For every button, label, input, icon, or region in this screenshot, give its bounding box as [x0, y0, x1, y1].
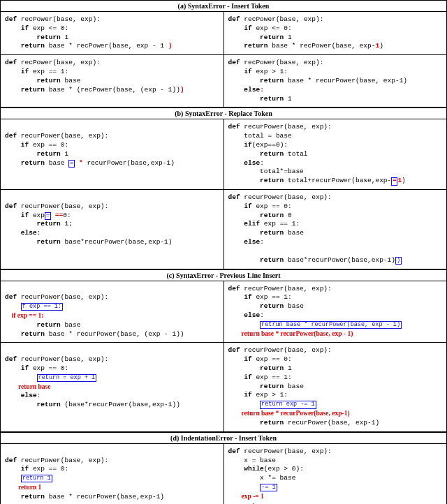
- orig-token-box: =: [45, 212, 51, 220]
- replace-token: ==: [55, 212, 63, 219]
- orig-token-box: =: [391, 177, 397, 185]
- section-c-header: (c) SyntaxError - Previous Line Insert: [1, 269, 446, 281]
- cell-c2-left: def recurPower(base, exp): if exp == 0: …: [1, 343, 224, 431]
- row-c2: def recurPower(base, exp): if exp == 0: …: [1, 343, 446, 431]
- insert-line: exp -= 1: [228, 493, 264, 500]
- orig-token-box: ): [395, 257, 402, 265]
- insert-token: ): [168, 42, 173, 50]
- insert-line: if exp == 1:: [5, 312, 43, 319]
- insert-token: 1: [375, 42, 379, 50]
- section-a-header: (a) SyntaxError - Insert Token: [1, 1, 446, 12]
- prev-line-box: return 1: [21, 475, 52, 482]
- insert-line: return base * recurPower(base, exp - 1): [228, 330, 353, 337]
- cell-a1-right: def recPower(base, exp): if exp <= 0: re…: [224, 12, 447, 54]
- cell-d1-left: def recurPower(base, exp): if exp == 0: …: [1, 444, 224, 504]
- kw-def: def: [5, 15, 17, 23]
- insert-line: return base * recurPower(base, exp-1): [228, 410, 350, 417]
- cell-a2-left: def recPower(base, exp): if exp == 1: re…: [1, 55, 224, 107]
- insert-token: ): [180, 86, 184, 94]
- row-b2: def recurPower(base, exp): if exp= ==0: …: [1, 190, 446, 269]
- section-d-header: (d) IndentationError - Insert Token: [1, 432, 446, 444]
- row-a2: def recPower(base, exp): if exp == 1: re…: [1, 55, 446, 108]
- cell-c1-right: def recurPower(base, exp): if exp == 1: …: [224, 281, 447, 343]
- cell-c2-right: def recurPower(base, exp): if exp == 0: …: [224, 343, 447, 431]
- cell-a1-left: def recPower(base, exp): if exp <= 0: re…: [1, 12, 224, 54]
- cell-a2-right: def recPower(base, exp): if exp > 1: ret…: [224, 55, 447, 107]
- cell-b1-right: def recurPower(base, exp): total = base …: [224, 119, 447, 189]
- insert-line: return 1: [5, 484, 41, 491]
- cell-b2-right: def recurPower(base, exp): if exp == 0: …: [224, 190, 447, 269]
- prev-line-box: f exp == 1:: [21, 303, 63, 311]
- replace-token: *: [79, 159, 83, 167]
- row-c1: def recurPower(base, exp): f exp == 1: i…: [1, 281, 446, 343]
- section-b-header: (b) SyntaxError - Replace Token: [1, 108, 446, 119]
- insert-line: return base: [5, 383, 51, 390]
- prev-line-box: retrun base * recurPower(base, exp - 1): [260, 321, 402, 329]
- replace-token: 1: [397, 177, 402, 184]
- prev-line-box: return = exp + 1: [37, 374, 97, 382]
- prev-line-box: -= 1: [260, 484, 277, 491]
- cell-d1-right: def recurPower(base, exp): x = base whil…: [224, 444, 447, 504]
- insert-token: :: [260, 86, 264, 94]
- row-b1: def recurPower(base, exp): if exp == 0: …: [1, 119, 446, 190]
- cell-b2-left: def recurPower(base, exp): if exp= ==0: …: [1, 190, 224, 269]
- orig-token-box: =: [68, 160, 75, 168]
- prev-line-box: return exp -= 1: [260, 401, 316, 408]
- row-a1: def recPower(base, exp): if exp <= 0: re…: [1, 12, 446, 55]
- cell-c1-left: def recurPower(base, exp): f exp == 1: i…: [1, 281, 224, 343]
- cell-b1-left: def recurPower(base, exp): if exp == 0: …: [1, 119, 224, 189]
- row-d1: def recurPower(base, exp): if exp == 0: …: [1, 444, 446, 504]
- figure-table: (a) SyntaxError - Insert Token def recPo…: [0, 0, 447, 504]
